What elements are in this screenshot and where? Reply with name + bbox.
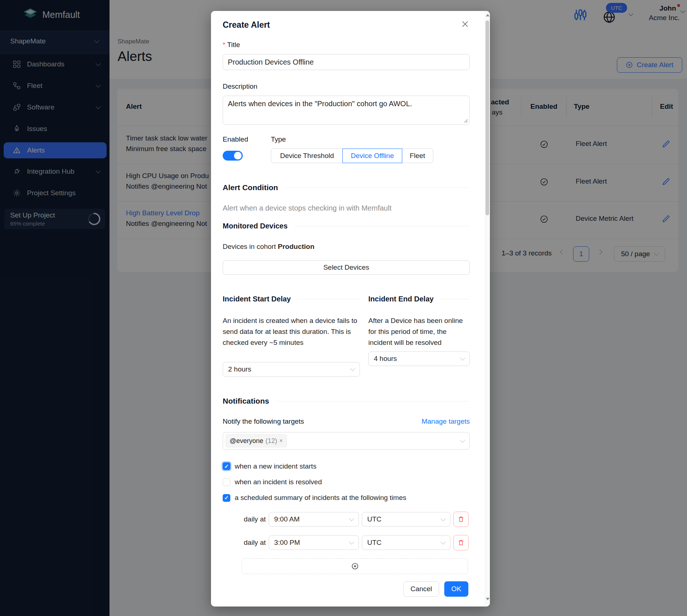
schedule-time-value: 3:00 PM [274,539,300,547]
schedule-time-select[interactable]: 9:00 AM [269,512,359,527]
checkbox-row-scheduled-summary[interactable]: ✓ a scheduled summary of incidents at th… [223,494,406,502]
checkbox-row-new-incident[interactable]: ✓ when a new incident starts [223,461,316,471]
incident-start-delay-heading: Incident Start Delay [223,295,291,303]
schedule-row: daily at 9:00 AM UTC [242,512,469,527]
checkbox-focus-ring: ✓ [222,461,231,471]
target-tag-remove-icon[interactable]: × [279,438,283,444]
schedule-prefix: daily at [242,539,266,547]
incident-start-delay-select[interactable]: 2 hours [223,362,360,377]
divider [276,401,470,401]
alert-condition-text: Alert when a device stops checking in wi… [223,204,391,212]
schedule-time-value: 9:00 AM [274,515,300,523]
schedule-tz-value: UTC [367,515,381,523]
select-devices-button[interactable]: Select Devices [223,260,470,275]
checkbox-label: when an incident is resolved [235,478,322,486]
trash-icon [457,539,465,546]
incident-end-delay-heading: Incident End Delay [368,295,434,303]
type-option-fleet[interactable]: Fleet [402,149,433,163]
incident-end-delay-select[interactable]: 4 hours [368,351,470,366]
incident-end-delay-text: After a Device has been online for this … [368,315,470,348]
description-value: Alerts when devices in the "Production" … [228,100,412,108]
title-input[interactable] [223,54,470,70]
target-tag-everyone[interactable]: @everyone (12) × [226,434,287,447]
chevron-down-icon [460,437,465,442]
type-label: Type [271,135,286,143]
toggle-knob [234,152,242,159]
targets-multiselect[interactable]: @everyone (12) × [223,432,470,450]
enabled-toggle[interactable] [223,151,243,161]
notifications-heading: Notifications [223,397,269,405]
resize-handle-icon[interactable] [464,119,468,123]
schedule-prefix: daily at [242,515,266,523]
checkbox-checked-icon[interactable]: ✓ [223,462,230,470]
incident-end-delay-value: 4 hours [374,355,397,363]
incident-start-delay-value: 2 hours [228,365,251,373]
schedule-tz-select[interactable]: UTC [362,512,450,527]
manage-targets-link[interactable]: Manage targets [223,417,470,426]
description-field-label: Description [223,82,257,91]
checkbox-unchecked-icon[interactable] [223,478,230,486]
schedule-time-select[interactable]: 3:00 PM [269,535,359,550]
incident-start-delay-text: An incident is created when a device fai… [223,315,360,348]
delete-schedule-button[interactable] [453,512,469,527]
chevron-down-icon [350,366,355,371]
monitored-devices-heading: Monitored Devices [223,222,288,230]
checkbox-row-incident-resolved[interactable]: when an incident is resolved [223,478,322,486]
cohort-name: Production [278,243,314,250]
type-option-device-threshold[interactable]: Device Threshold [271,149,343,163]
chevron-down-icon [441,539,446,544]
scrollbar-thumb[interactable] [485,20,489,215]
schedule-tz-value: UTC [367,539,381,547]
chevron-down-icon [460,355,465,360]
app-root: UTC John Acme Inc. ShapeMate Alerts Crea… [0,0,687,616]
chevron-down-icon [349,539,354,544]
delete-schedule-button[interactable] [453,535,469,550]
checkbox-checked-icon[interactable]: ✓ [223,494,230,502]
divider [294,226,470,226]
title-field-label: Title [227,41,240,49]
schedule-row: daily at 3:00 PM UTC [242,535,469,550]
divider [298,299,360,299]
type-segmented-control: Device Threshold Device Offline Fleet [271,149,433,163]
alert-condition-heading: Alert Condition [223,183,278,192]
trash-icon [457,516,465,523]
target-tag-name: @everyone [230,437,263,445]
add-schedule-button[interactable] [242,558,468,574]
chevron-down-icon [441,516,446,521]
chevron-down-icon [349,516,354,521]
cancel-button[interactable]: Cancel [403,581,439,597]
cohort-prefix: Devices in cohort [223,243,278,250]
enabled-label: Enabled [223,135,248,143]
ok-button[interactable]: OK [444,581,468,597]
scrollbar-down-arrow[interactable] [486,598,490,600]
scrollbar-up-arrow[interactable] [486,14,490,16]
type-option-device-offline-selected[interactable]: Device Offline [342,149,402,163]
divider [440,299,470,299]
checkbox-label: a scheduled summary of incidents at the … [235,494,406,502]
target-tag-count: (12) [265,437,277,445]
plus-circle-icon [351,562,359,570]
divider [285,188,470,188]
close-icon[interactable] [461,20,469,28]
description-textarea[interactable]: Alerts when devices in the "Production" … [223,96,470,125]
schedule-tz-select[interactable]: UTC [362,535,450,550]
checkbox-label: when a new incident starts [235,462,316,470]
create-alert-modal: Create Alert * Title Description Alerts … [211,11,490,607]
required-asterisk: * [223,41,225,49]
modal-title: Create Alert [223,20,270,30]
